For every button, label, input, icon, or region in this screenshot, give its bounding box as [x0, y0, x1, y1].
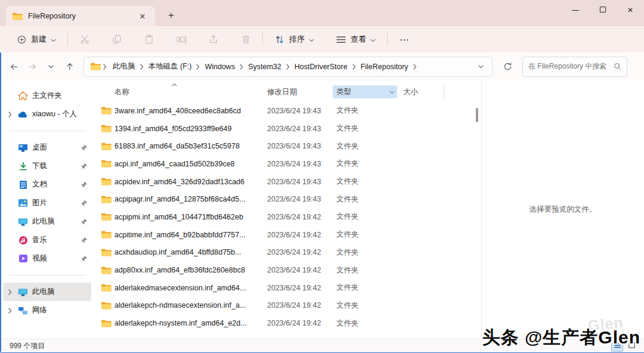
up-button[interactable]	[61, 58, 78, 75]
maximize-button[interactable]	[589, 0, 617, 20]
more-options-button[interactable]: ⋯	[394, 32, 416, 48]
sidebar-item-图片[interactable]: 图片	[3, 194, 91, 212]
new-button[interactable]: 新建	[11, 30, 61, 49]
sidebar-item-视频[interactable]: 视频	[3, 249, 91, 268]
column-header-type[interactable]: 类型	[333, 85, 397, 98]
file-name[interactable]: alderlakepch-nsystem.inf_amd64_e2d...	[114, 319, 264, 327]
rename-button[interactable]	[171, 30, 192, 49]
sidebar-item-此电脑[interactable]: 此电脑	[3, 283, 91, 301]
column-header-date[interactable]: 修改日期	[267, 85, 297, 98]
trash-icon	[240, 34, 251, 45]
table-row[interactable]: alderlakedmasecextension.inf_amd64...202…	[94, 279, 473, 297]
breadcrumb-item[interactable]: Windows	[201, 60, 239, 73]
refresh-button[interactable]	[499, 58, 516, 76]
table-row[interactable]: acpipagr.inf_amd64_12875bf68ca4d5...2023…	[94, 190, 473, 208]
folder-icon	[101, 106, 112, 116]
table-row[interactable]: alderlakepch-ndmasecextension.inf_a...20…	[94, 297, 473, 315]
file-name[interactable]: acpipagr.inf_amd64_12875bf68ca4d5...	[114, 195, 264, 203]
breadcrumb-item[interactable]: 此电脑	[109, 59, 139, 74]
table-row[interactable]: acpipmi.inf_amd64_104471ffbd6462eb2023/6…	[94, 208, 473, 226]
this-pc-icon	[18, 287, 28, 297]
sidebar-item-下载[interactable]: 下载	[3, 157, 91, 175]
file-name[interactable]: acxhdaudiop.inf_amd64_4bffd8d75b...	[114, 248, 264, 256]
folder-icon	[101, 194, 112, 204]
chevron-right-icon	[351, 64, 357, 70]
sidebar-item-音乐[interactable]: 音乐	[3, 231, 91, 249]
file-name[interactable]: 61883.inf_amd64_da5b3ef31c5c5978	[114, 142, 264, 150]
sidebar-item-主文件夹[interactable]: 主文件夹	[3, 86, 91, 105]
folder-icon	[101, 230, 112, 240]
expand-chevron-icon[interactable]	[7, 308, 14, 314]
breadcrumb-item[interactable]: FileRepository	[357, 60, 412, 73]
vertical-scrollbar[interactable]	[475, 106, 479, 336]
pictures-icon	[18, 198, 28, 208]
cut-icon	[79, 34, 90, 45]
table-row[interactable]: 61883.inf_amd64_da5b3ef31c5c59782023/6/2…	[94, 137, 473, 155]
expand-chevron-icon[interactable]	[7, 112, 14, 117]
search-box[interactable]: 在 FileRepository 中搜索	[522, 57, 627, 77]
sort-button-label: 排序	[289, 34, 305, 45]
file-name[interactable]: 3ware.inf_amd64_408ceed6ec8ab6cd	[114, 107, 264, 115]
pin-icon	[80, 200, 88, 207]
table-row[interactable]: 1394.inf_amd64_f05cd2933ff9e6492023/6/24…	[94, 120, 473, 138]
downloads-icon	[18, 161, 28, 171]
table-row[interactable]: adp80xx.inf_amd64_efb36fdc260e8bc82023/6…	[94, 261, 473, 279]
file-name[interactable]: acpidev.inf_amd64_326d92dadf13cad6	[114, 178, 264, 186]
copy-button[interactable]	[106, 30, 128, 49]
folder-icon	[101, 124, 112, 134]
file-name[interactable]: 1394.inf_amd64_f05cd2933ff9e649	[114, 125, 264, 133]
share-button[interactable]	[203, 30, 224, 49]
breadcrumb-item[interactable]: HostDriverStore	[291, 60, 351, 73]
file-name[interactable]: acpi.inf_amd64_caad15d502b39ce8	[114, 160, 264, 168]
table-row[interactable]: acxhdaudiop.inf_amd64_4bffd8d75b...2023/…	[94, 244, 473, 262]
sidebar-item-桌面[interactable]: 桌面	[3, 138, 91, 157]
address-bar[interactable]: 此电脑本地磁盘 (F:)WindowsSystem32HostDriverSto…	[83, 57, 493, 77]
sidebar-item-xiaowu - 个人[interactable]: xiaowu - 个人	[3, 105, 91, 123]
folder-icon	[101, 141, 112, 151]
new-tab-button[interactable]: +	[162, 7, 180, 24]
breadcrumb-item[interactable]: System32	[244, 60, 285, 73]
column-header-size[interactable]: 大小	[403, 85, 418, 98]
filter-chevron-icon[interactable]	[389, 88, 395, 96]
cut-button[interactable]	[74, 30, 95, 49]
file-name[interactable]: adp80xx.inf_amd64_efb36fdc260e8bc8	[114, 266, 264, 274]
tab-filerepository[interactable]: FileRepository ✕	[6, 6, 155, 26]
table-row[interactable]: acpi.inf_amd64_caad15d502b39ce82023/6/24…	[94, 155, 473, 173]
tab-close-icon[interactable]: ✕	[136, 10, 149, 23]
file-name[interactable]: alderlakedmasecextension.inf_amd64...	[114, 284, 264, 292]
file-name[interactable]: alderlakepch-ndmasecextension.inf_a...	[114, 301, 264, 309]
paste-button[interactable]	[138, 30, 160, 49]
table-row[interactable]: alderlakepch-nsystem.inf_amd64_e2d...202…	[94, 314, 473, 332]
sort-button[interactable]: 排序	[269, 30, 320, 49]
pin-icon	[80, 218, 88, 225]
sidebar-item-label: 此电脑	[32, 216, 76, 227]
sidebar-item-网络[interactable]: 网络	[3, 301, 91, 320]
address-dropdown-icon[interactable]	[476, 65, 486, 69]
delete-button[interactable]	[235, 30, 256, 49]
sidebar-item-此电脑[interactable]: 此电脑	[3, 212, 91, 231]
back-button[interactable]	[6, 58, 22, 75]
maximize-icon	[599, 6, 606, 15]
column-header-row: 名称 修改日期 类型 大小	[94, 80, 481, 102]
close-window-button[interactable]: ✕	[617, 0, 644, 20]
column-header-name[interactable]: 名称	[114, 85, 129, 98]
chevron-right-icon	[139, 64, 145, 70]
view-button[interactable]: 查看	[330, 30, 381, 49]
file-name[interactable]: acpipmi.inf_amd64_104471ffbd6462eb	[114, 213, 264, 221]
folder-icon	[90, 61, 101, 72]
forward-button[interactable]	[24, 58, 41, 75]
recent-locations-button[interactable]	[43, 58, 59, 75]
breadcrumb-item[interactable]: 本地磁盘 (F:)	[145, 59, 196, 74]
share-icon	[208, 34, 219, 45]
table-row[interactable]: acpidev.inf_amd64_326d92dadf13cad62023/6…	[94, 173, 473, 191]
folder-icon	[12, 11, 23, 21]
table-row[interactable]: 3ware.inf_amd64_408ceed6ec8ab6cd2023/6/2…	[94, 102, 473, 120]
folder-icon	[101, 212, 112, 222]
minimize-button[interactable]: —	[562, 0, 589, 20]
table-row[interactable]: acpitime.inf_amd64_b92babbfdd7757...2023…	[94, 226, 473, 244]
expand-chevron-icon[interactable]	[7, 289, 14, 295]
file-name[interactable]: acpitime.inf_amd64_b92babbfdd7757...	[114, 231, 264, 239]
sidebar-item-文档[interactable]: 文档	[3, 175, 91, 194]
scrollbar-thumb[interactable]	[476, 108, 478, 122]
chevron-right-icon[interactable]	[412, 64, 418, 70]
